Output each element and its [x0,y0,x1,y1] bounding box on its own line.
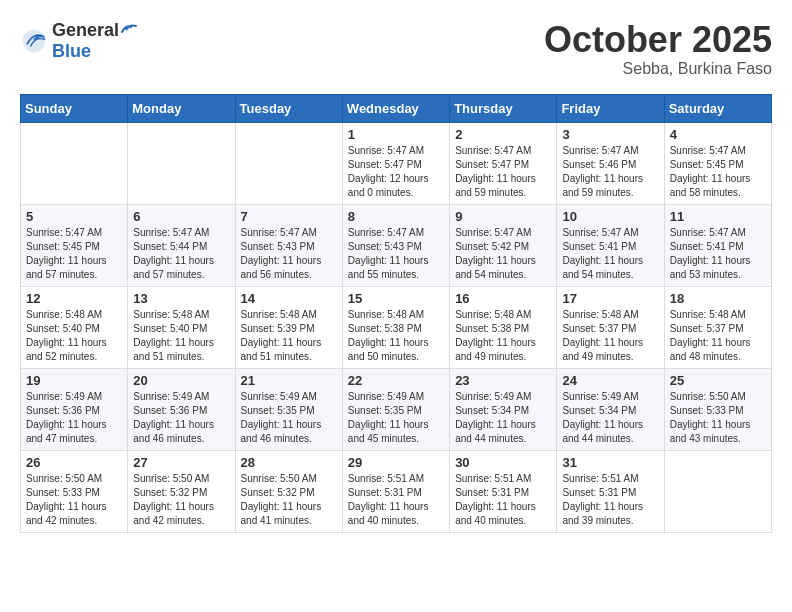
calendar-day-cell: 3Sunrise: 5:47 AMSunset: 5:46 PMDaylight… [557,122,664,204]
sunrise-text: Sunrise: 5:47 AM [241,226,337,240]
calendar-empty-cell [21,122,128,204]
calendar-day-cell: 23Sunrise: 5:49 AMSunset: 5:34 PMDayligh… [450,368,557,450]
calendar-day-cell: 28Sunrise: 5:50 AMSunset: 5:32 PMDayligh… [235,450,342,532]
sunrise-text: Sunrise: 5:48 AM [133,308,229,322]
sunset-text: Sunset: 5:37 PM [670,322,766,336]
month-title: October 2025 [544,20,772,60]
day-number: 25 [670,373,766,388]
day-number: 8 [348,209,444,224]
daylight-text: Daylight: 11 hours and 49 minutes. [562,336,658,364]
calendar-day-cell: 15Sunrise: 5:48 AMSunset: 5:38 PMDayligh… [342,286,449,368]
sunset-text: Sunset: 5:47 PM [348,158,444,172]
daylight-text: Daylight: 11 hours and 46 minutes. [241,418,337,446]
day-number: 21 [241,373,337,388]
daylight-text: Daylight: 11 hours and 42 minutes. [26,500,122,528]
daylight-text: Daylight: 12 hours and 0 minutes. [348,172,444,200]
day-info: Sunrise: 5:47 AMSunset: 5:42 PMDaylight:… [455,226,551,282]
day-number: 10 [562,209,658,224]
weekday-header-sunday: Sunday [21,94,128,122]
sunrise-text: Sunrise: 5:51 AM [348,472,444,486]
day-number: 29 [348,455,444,470]
calendar-day-cell: 30Sunrise: 5:51 AMSunset: 5:31 PMDayligh… [450,450,557,532]
calendar-empty-cell [128,122,235,204]
calendar-day-cell: 12Sunrise: 5:48 AMSunset: 5:40 PMDayligh… [21,286,128,368]
sunrise-text: Sunrise: 5:47 AM [562,226,658,240]
day-number: 28 [241,455,337,470]
calendar-day-cell: 8Sunrise: 5:47 AMSunset: 5:43 PMDaylight… [342,204,449,286]
sunrise-text: Sunrise: 5:50 AM [26,472,122,486]
calendar-day-cell: 2Sunrise: 5:47 AMSunset: 5:47 PMDaylight… [450,122,557,204]
calendar-day-cell: 25Sunrise: 5:50 AMSunset: 5:33 PMDayligh… [664,368,771,450]
day-number: 30 [455,455,551,470]
day-info: Sunrise: 5:49 AMSunset: 5:34 PMDaylight:… [562,390,658,446]
day-info: Sunrise: 5:49 AMSunset: 5:35 PMDaylight:… [241,390,337,446]
sunrise-text: Sunrise: 5:47 AM [348,226,444,240]
sunrise-text: Sunrise: 5:50 AM [670,390,766,404]
calendar-empty-cell [664,450,771,532]
sunrise-text: Sunrise: 5:49 AM [26,390,122,404]
weekday-header-row: SundayMondayTuesdayWednesdayThursdayFrid… [21,94,772,122]
sunrise-text: Sunrise: 5:49 AM [133,390,229,404]
day-number: 14 [241,291,337,306]
day-number: 9 [455,209,551,224]
calendar-day-cell: 20Sunrise: 5:49 AMSunset: 5:36 PMDayligh… [128,368,235,450]
weekday-header-wednesday: Wednesday [342,94,449,122]
sunset-text: Sunset: 5:31 PM [455,486,551,500]
sunrise-text: Sunrise: 5:47 AM [26,226,122,240]
calendar-empty-cell [235,122,342,204]
daylight-text: Daylight: 11 hours and 44 minutes. [562,418,658,446]
sunrise-text: Sunrise: 5:51 AM [455,472,551,486]
day-number: 1 [348,127,444,142]
calendar-day-cell: 1Sunrise: 5:47 AMSunset: 5:47 PMDaylight… [342,122,449,204]
sunset-text: Sunset: 5:46 PM [562,158,658,172]
sunset-text: Sunset: 5:33 PM [26,486,122,500]
daylight-text: Daylight: 11 hours and 57 minutes. [133,254,229,282]
sunset-text: Sunset: 5:38 PM [348,322,444,336]
day-info: Sunrise: 5:47 AMSunset: 5:43 PMDaylight:… [241,226,337,282]
sunset-text: Sunset: 5:42 PM [455,240,551,254]
daylight-text: Daylight: 11 hours and 42 minutes. [133,500,229,528]
day-info: Sunrise: 5:47 AMSunset: 5:43 PMDaylight:… [348,226,444,282]
weekday-header-saturday: Saturday [664,94,771,122]
day-info: Sunrise: 5:50 AMSunset: 5:32 PMDaylight:… [133,472,229,528]
sunset-text: Sunset: 5:40 PM [26,322,122,336]
calendar-day-cell: 7Sunrise: 5:47 AMSunset: 5:43 PMDaylight… [235,204,342,286]
day-info: Sunrise: 5:49 AMSunset: 5:36 PMDaylight:… [133,390,229,446]
sunrise-text: Sunrise: 5:50 AM [241,472,337,486]
calendar-day-cell: 14Sunrise: 5:48 AMSunset: 5:39 PMDayligh… [235,286,342,368]
daylight-text: Daylight: 11 hours and 41 minutes. [241,500,337,528]
sunset-text: Sunset: 5:43 PM [348,240,444,254]
sunset-text: Sunset: 5:41 PM [670,240,766,254]
calendar-week-row: 26Sunrise: 5:50 AMSunset: 5:33 PMDayligh… [21,450,772,532]
day-info: Sunrise: 5:48 AMSunset: 5:40 PMDaylight:… [26,308,122,364]
calendar-day-cell: 29Sunrise: 5:51 AMSunset: 5:31 PMDayligh… [342,450,449,532]
sunrise-text: Sunrise: 5:47 AM [670,144,766,158]
day-info: Sunrise: 5:48 AMSunset: 5:39 PMDaylight:… [241,308,337,364]
daylight-text: Daylight: 11 hours and 54 minutes. [562,254,658,282]
day-info: Sunrise: 5:48 AMSunset: 5:37 PMDaylight:… [562,308,658,364]
calendar-day-cell: 31Sunrise: 5:51 AMSunset: 5:31 PMDayligh… [557,450,664,532]
calendar-day-cell: 18Sunrise: 5:48 AMSunset: 5:37 PMDayligh… [664,286,771,368]
daylight-text: Daylight: 11 hours and 40 minutes. [455,500,551,528]
calendar-day-cell: 6Sunrise: 5:47 AMSunset: 5:44 PMDaylight… [128,204,235,286]
daylight-text: Daylight: 11 hours and 46 minutes. [133,418,229,446]
day-info: Sunrise: 5:51 AMSunset: 5:31 PMDaylight:… [348,472,444,528]
calendar-week-row: 12Sunrise: 5:48 AMSunset: 5:40 PMDayligh… [21,286,772,368]
day-number: 12 [26,291,122,306]
day-info: Sunrise: 5:51 AMSunset: 5:31 PMDaylight:… [562,472,658,528]
calendar-day-cell: 19Sunrise: 5:49 AMSunset: 5:36 PMDayligh… [21,368,128,450]
sunset-text: Sunset: 5:37 PM [562,322,658,336]
sunset-text: Sunset: 5:41 PM [562,240,658,254]
daylight-text: Daylight: 11 hours and 48 minutes. [670,336,766,364]
daylight-text: Daylight: 11 hours and 45 minutes. [348,418,444,446]
calendar-table: SundayMondayTuesdayWednesdayThursdayFrid… [20,94,772,533]
sunrise-text: Sunrise: 5:51 AM [562,472,658,486]
day-number: 23 [455,373,551,388]
daylight-text: Daylight: 11 hours and 43 minutes. [670,418,766,446]
sunrise-text: Sunrise: 5:47 AM [348,144,444,158]
sunrise-text: Sunrise: 5:50 AM [133,472,229,486]
day-info: Sunrise: 5:47 AMSunset: 5:44 PMDaylight:… [133,226,229,282]
calendar-day-cell: 17Sunrise: 5:48 AMSunset: 5:37 PMDayligh… [557,286,664,368]
sunset-text: Sunset: 5:44 PM [133,240,229,254]
daylight-text: Daylight: 11 hours and 57 minutes. [26,254,122,282]
